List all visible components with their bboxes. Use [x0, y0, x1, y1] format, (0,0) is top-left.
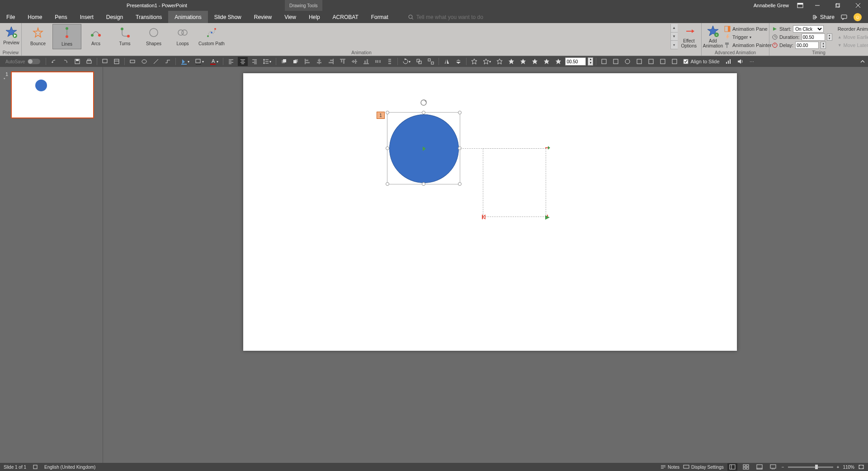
- start-select[interactable]: On Click: [793, 25, 824, 33]
- motion-path-marker-2[interactable]: [481, 214, 486, 220]
- align-objects-top[interactable]: [338, 57, 348, 66]
- collapse-ribbon-button[interactable]: [860, 59, 865, 64]
- zoom-slider[interactable]: [788, 466, 833, 468]
- slide-thumbnail-1[interactable]: 1 *: [4, 71, 99, 118]
- misc-icon-1[interactable]: [599, 57, 609, 66]
- distribute-v[interactable]: [385, 57, 395, 66]
- animation-number-tag[interactable]: 1: [377, 112, 385, 119]
- tell-me-search[interactable]: [408, 11, 507, 23]
- tab-review[interactable]: Review: [248, 11, 278, 23]
- slide-canvas-area[interactable]: 1: [103, 67, 868, 463]
- gallery-turns[interactable]: Turns: [110, 24, 139, 49]
- star-anim-3[interactable]: [495, 57, 505, 66]
- ungroup-button[interactable]: [426, 57, 436, 66]
- star-anim-6[interactable]: [530, 57, 540, 66]
- outline-button[interactable]: ▾: [193, 57, 206, 66]
- qat-duration-spinner[interactable]: ▲▼: [588, 57, 593, 66]
- layout-button[interactable]: [112, 57, 122, 66]
- tab-format[interactable]: Format: [365, 11, 395, 23]
- align-objects-left[interactable]: [302, 57, 312, 66]
- feedback-icon[interactable]: ☺: [854, 13, 862, 21]
- gallery-arcs[interactable]: Arcs: [81, 24, 110, 49]
- misc-icon-3[interactable]: [623, 57, 632, 66]
- star-anim-7[interactable]: [542, 57, 552, 66]
- gallery-more[interactable]: ▾: [671, 41, 678, 49]
- fill-button[interactable]: ▾: [179, 57, 191, 66]
- share-button[interactable]: Share: [813, 14, 835, 20]
- qat-duration-input[interactable]: [565, 57, 586, 66]
- tab-transitions[interactable]: Transitions: [129, 11, 168, 23]
- rotate-button[interactable]: ▾: [401, 57, 412, 66]
- comments-icon[interactable]: [841, 14, 847, 20]
- star-anim-1[interactable]: [469, 57, 479, 66]
- resize-handle-br[interactable]: [458, 182, 462, 186]
- username[interactable]: Annabelle Grew: [754, 3, 789, 8]
- tab-pens[interactable]: Pens: [48, 11, 73, 23]
- motion-path-end-marker-1[interactable]: [544, 145, 551, 151]
- align-objects-middle[interactable]: [349, 57, 359, 66]
- misc-icon-4[interactable]: [634, 57, 644, 66]
- sound-icon[interactable]: [735, 57, 745, 66]
- tab-insert[interactable]: Insert: [74, 11, 100, 23]
- star-anim-8[interactable]: [553, 57, 563, 66]
- gallery-shapes[interactable]: Shapes: [139, 24, 168, 49]
- star-anim-5[interactable]: [518, 57, 528, 66]
- distribute-h[interactable]: [373, 57, 383, 66]
- gallery-custom-path[interactable]: Custom Path: [197, 24, 226, 49]
- misc-icon-7[interactable]: [670, 57, 679, 66]
- autosave-toggle[interactable]: AutoSave: [3, 59, 43, 64]
- duration-input[interactable]: [802, 33, 825, 41]
- oval-button[interactable]: [139, 57, 149, 66]
- gallery-scroll-down[interactable]: ▼: [671, 33, 678, 41]
- misc-icon-2[interactable]: [611, 57, 621, 66]
- undo-button[interactable]: [49, 57, 59, 66]
- tab-help[interactable]: Help: [302, 11, 326, 23]
- flip-v-button[interactable]: [453, 57, 463, 66]
- resize-handle-tm[interactable]: [422, 111, 425, 114]
- more-icon[interactable]: ⋯: [747, 57, 757, 66]
- delay-spinner[interactable]: ▲▼: [821, 42, 826, 49]
- star-anim-4[interactable]: [506, 57, 516, 66]
- fit-to-window-button[interactable]: [858, 464, 864, 470]
- align-objects-center[interactable]: [314, 57, 324, 66]
- gallery-bounce[interactable]: Bounce: [24, 24, 52, 49]
- align-objects-right[interactable]: [326, 57, 336, 66]
- animation-painter-button[interactable]: Animation Painter: [723, 41, 773, 49]
- tab-view[interactable]: View: [278, 11, 302, 23]
- shape-selection-box[interactable]: 1: [387, 112, 460, 184]
- gallery-loops[interactable]: Loops: [168, 24, 197, 49]
- save-button[interactable]: [72, 57, 82, 66]
- resize-handle-tl[interactable]: [386, 111, 389, 114]
- normal-view-button[interactable]: [727, 463, 737, 471]
- misc-icon-5[interactable]: [646, 57, 656, 66]
- effect-options-button[interactable]: Effect Options: [679, 24, 699, 49]
- maximize-button[interactable]: [827, 0, 848, 11]
- ribbon-display-icon[interactable]: [793, 0, 807, 11]
- gallery-lines[interactable]: Lines: [52, 24, 81, 49]
- gallery-scroll-up[interactable]: ▲: [671, 24, 678, 33]
- sorter-view-button[interactable]: [741, 463, 751, 471]
- language-indicator[interactable]: English (United Kingdom): [44, 465, 95, 470]
- resize-handle-bm[interactable]: [422, 182, 425, 186]
- bring-forward-button[interactable]: [279, 57, 289, 66]
- align-left-button[interactable]: [226, 57, 236, 66]
- preview-button[interactable]: Preview: [2, 24, 21, 49]
- zoom-level[interactable]: 110%: [843, 465, 854, 470]
- motion-path-start-marker[interactable]: [423, 146, 426, 151]
- redo-button[interactable]: [61, 57, 71, 66]
- resize-handle-tr[interactable]: [458, 111, 462, 114]
- tab-slideshow[interactable]: Slide Show: [208, 11, 248, 23]
- display-settings-button[interactable]: Display Settings: [683, 465, 724, 470]
- minimize-button[interactable]: [807, 0, 827, 11]
- connector-button[interactable]: [163, 57, 173, 66]
- group-button[interactable]: [414, 57, 424, 66]
- flip-h-button[interactable]: [442, 57, 452, 66]
- slideshow-view-button[interactable]: [768, 463, 778, 471]
- zoom-in-button[interactable]: +: [837, 465, 840, 470]
- tab-acrobat[interactable]: ACROBAT: [326, 11, 365, 23]
- add-animation-button[interactable]: + Add Animation: [703, 24, 722, 49]
- print-button[interactable]: [84, 57, 94, 66]
- align-center-button[interactable]: [238, 57, 248, 66]
- duration-spinner[interactable]: ▲▼: [827, 33, 832, 41]
- accessibility-icon[interactable]: [33, 464, 38, 470]
